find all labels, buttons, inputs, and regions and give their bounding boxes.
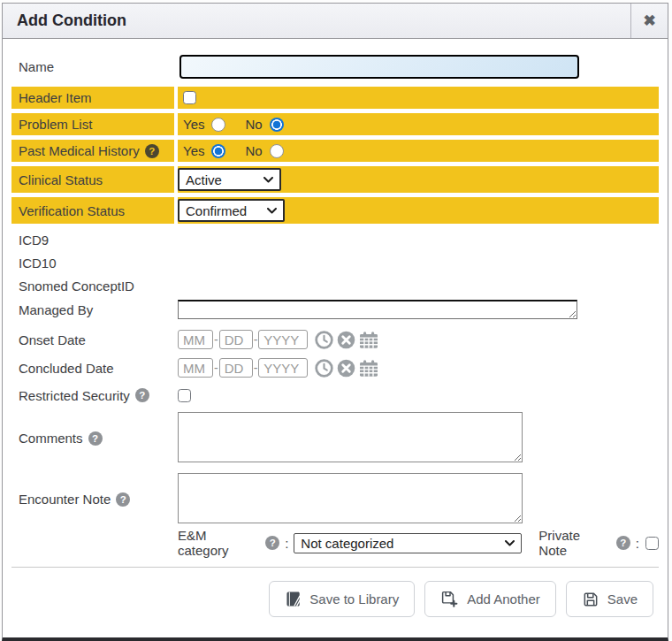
clear-date-icon[interactable]: [337, 359, 355, 378]
problem-list-yes-radio[interactable]: [211, 118, 225, 132]
name-input[interactable]: [179, 55, 579, 79]
icd9-row: ICD9: [11, 229, 659, 250]
problem-list-no-label: No: [245, 117, 262, 132]
onset-date-label: Onset Date: [11, 328, 174, 351]
save-to-library-button[interactable]: Save to Library: [269, 581, 415, 617]
concluded-year-input[interactable]: [258, 358, 308, 378]
concluded-month-input[interactable]: [178, 358, 213, 378]
dialog-titlebar: Add Condition: [3, 4, 668, 39]
em-category-colon: :: [285, 536, 288, 551]
date-separator: -: [214, 332, 218, 347]
icd9-label: ICD9: [11, 229, 174, 250]
chevron-down-icon: [267, 208, 277, 214]
concluded-day-input[interactable]: [219, 358, 253, 378]
comments-row: Comments: [11, 412, 659, 462]
close-icon: [643, 13, 655, 28]
name-label: Name: [11, 54, 174, 79]
add-condition-dialog: Add Condition Name Header Item Problem L…: [2, 3, 668, 641]
header-item-row: Header Item: [11, 87, 659, 109]
problem-list-row: Problem List Yes No: [11, 113, 659, 135]
date-separator: -: [214, 361, 218, 375]
private-note-checkbox[interactable]: [645, 537, 659, 550]
problem-list-label: Problem List: [11, 113, 174, 135]
clinical-status-label: Clinical Status: [11, 166, 174, 193]
comments-textarea[interactable]: [178, 412, 523, 462]
snomed-concept-id-row: Snomed ConceptID: [11, 275, 659, 296]
icd10-row: ICD10: [11, 252, 659, 273]
clinical-status-value: Active: [186, 172, 222, 187]
private-note-label: Private Note: [538, 528, 612, 558]
comments-label: Comments: [19, 431, 83, 446]
managed-by-row: Managed By: [11, 298, 659, 321]
help-icon[interactable]: [135, 388, 149, 402]
time-now-icon[interactable]: [315, 331, 333, 349]
close-button[interactable]: [630, 4, 668, 38]
verification-status-value: Confirmed: [186, 203, 247, 218]
save-to-library-label: Save to Library: [309, 591, 399, 607]
save-plus-icon: [440, 590, 459, 608]
date-separator: -: [254, 361, 258, 375]
help-icon[interactable]: [145, 144, 159, 158]
managed-by-textarea[interactable]: [178, 300, 577, 319]
save-label: Save: [607, 591, 638, 607]
onset-year-input[interactable]: [258, 330, 308, 349]
past-medical-history-row: Past Medical History Yes No: [11, 140, 659, 162]
em-category-label: E&M category: [178, 528, 261, 558]
chevron-down-icon: [505, 540, 515, 546]
dialog-body: Name Header Item Problem List Yes No: [3, 39, 668, 617]
pmh-yes-label: Yes: [183, 143, 204, 158]
dialog-title: Add Condition: [3, 4, 630, 38]
verification-status-select[interactable]: Confirmed: [178, 199, 285, 222]
encounter-note-textarea[interactable]: [178, 473, 523, 523]
encounter-note-row: Encounter Note: [11, 473, 659, 523]
help-icon[interactable]: [265, 536, 279, 550]
calendar-icon[interactable]: [359, 359, 378, 378]
add-another-label: Add Another: [467, 591, 540, 607]
chevron-down-icon: [263, 177, 273, 183]
private-note-colon: :: [636, 536, 639, 551]
clear-date-icon[interactable]: [337, 331, 355, 349]
time-now-icon[interactable]: [315, 359, 333, 378]
add-another-button[interactable]: Add Another: [424, 581, 556, 617]
em-category-select[interactable]: Not categorized: [294, 533, 522, 553]
managed-by-label: Managed By: [11, 298, 174, 321]
date-separator: -: [254, 332, 258, 347]
book-icon: [285, 591, 302, 607]
footer-buttons: Save to Library Add Another Save: [11, 568, 659, 617]
help-icon[interactable]: [88, 431, 103, 446]
onset-month-input[interactable]: [178, 330, 213, 349]
header-item-checkbox[interactable]: [183, 91, 196, 104]
em-category-value: Not categorized: [301, 536, 393, 551]
calendar-icon[interactable]: [359, 331, 378, 349]
pmh-no-label: No: [245, 143, 262, 158]
verification-status-row: Verification Status Confirmed: [11, 197, 659, 224]
clinical-status-select[interactable]: Active: [178, 168, 281, 191]
verification-status-label: Verification Status: [11, 197, 174, 224]
pmh-yes-radio[interactable]: [211, 144, 225, 158]
onset-day-input[interactable]: [219, 330, 253, 349]
restricted-security-checkbox[interactable]: [178, 389, 191, 402]
clinical-status-row: Clinical Status Active: [11, 166, 659, 193]
concluded-date-row: Concluded Date - -: [11, 356, 659, 379]
restricted-security-row: Restricted Security: [11, 385, 659, 405]
help-icon[interactable]: [616, 536, 630, 550]
name-row: Name: [11, 54, 659, 79]
help-icon[interactable]: [116, 492, 130, 507]
restricted-security-label: Restricted Security: [19, 388, 130, 403]
header-item-label: Header Item: [11, 87, 174, 109]
encounter-note-label: Encounter Note: [19, 492, 111, 507]
onset-date-row: Onset Date - -: [11, 328, 659, 351]
concluded-date-label: Concluded Date: [11, 356, 174, 379]
icd10-label: ICD10: [11, 252, 174, 273]
past-medical-history-label: Past Medical History: [19, 143, 140, 158]
pmh-no-radio[interactable]: [270, 144, 284, 158]
save-button[interactable]: Save: [566, 581, 653, 617]
problem-list-no-radio[interactable]: [270, 118, 284, 132]
em-category-row: E&M category : Not categorized Private N…: [11, 532, 659, 553]
problem-list-yes-label: Yes: [183, 117, 204, 132]
snomed-concept-id-label: Snomed ConceptID: [11, 275, 174, 296]
save-icon: [582, 591, 599, 608]
